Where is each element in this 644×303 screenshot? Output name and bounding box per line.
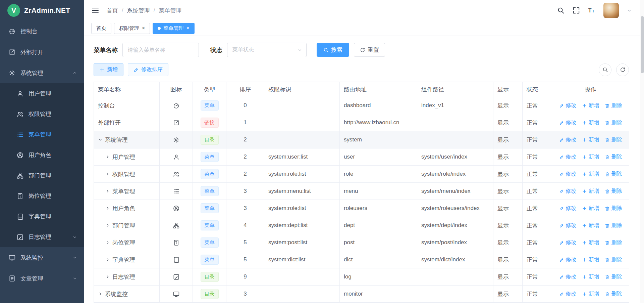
table-search-button[interactable] bbox=[599, 63, 611, 76]
edit-link[interactable]: 修改 bbox=[559, 102, 577, 109]
collapse-sidebar-icon[interactable] bbox=[91, 6, 99, 14]
tab-menu[interactable]: 菜单管理× bbox=[153, 23, 194, 34]
delete-link[interactable]: 删除 bbox=[605, 256, 622, 263]
status-cell: 正常 bbox=[523, 97, 552, 114]
delete-link[interactable]: 删除 bbox=[605, 102, 622, 109]
op-label: 删除 bbox=[611, 291, 622, 298]
sidebar-item-system[interactable]: 系统管理 bbox=[0, 62, 84, 83]
add-link[interactable]: 新增 bbox=[582, 119, 599, 126]
table-row[interactable]: 岗位管理菜单5system:post:listpostsystem/post/i… bbox=[94, 234, 629, 251]
menu-name-cell[interactable]: 部门管理 bbox=[98, 222, 155, 229]
table-row[interactable]: 用户角色菜单3system:role:listroleuserssystem/r… bbox=[94, 200, 629, 217]
table-row[interactable]: 用户管理菜单2system:user:listusersystem/user/i… bbox=[94, 148, 629, 166]
breadcrumb-item[interactable]: 系统管理 bbox=[127, 7, 150, 14]
search-icon[interactable] bbox=[557, 7, 565, 14]
edit-link[interactable]: 修改 bbox=[559, 273, 577, 280]
menu-name-cell[interactable]: 用户管理 bbox=[98, 153, 155, 161]
order-cell: 4 bbox=[226, 217, 264, 234]
sidebar-item-dict[interactable]: 字典管理 bbox=[0, 206, 84, 227]
table-row[interactable]: 日志管理目录9log显示正常修改新增删除 bbox=[94, 268, 629, 286]
delete-link[interactable]: 删除 bbox=[605, 188, 622, 195]
tab-home[interactable]: 首页 bbox=[91, 23, 111, 34]
sort-button[interactable]: 修改排序 bbox=[128, 63, 168, 76]
avatar[interactable] bbox=[603, 3, 619, 18]
menu-name-cell[interactable]: 用户角色 bbox=[98, 205, 155, 212]
delete-link[interactable]: 删除 bbox=[605, 136, 622, 143]
edit-link[interactable]: 修改 bbox=[559, 239, 577, 246]
add-link[interactable]: 新增 bbox=[582, 136, 599, 143]
edit-link[interactable]: 修改 bbox=[559, 205, 577, 212]
table-refresh-button[interactable] bbox=[616, 63, 629, 76]
sidebar-item-menu[interactable]: 菜单管理 bbox=[0, 124, 84, 145]
sidebar-item-log[interactable]: 日志管理 bbox=[0, 227, 84, 247]
delete-link[interactable]: 删除 bbox=[605, 154, 622, 161]
delete-link[interactable]: 删除 bbox=[605, 119, 622, 126]
edit-link[interactable]: 修改 bbox=[559, 171, 577, 178]
add-link[interactable]: 新增 bbox=[582, 239, 599, 246]
table-row[interactable]: 控制台菜单0dashboardindex_v1显示正常修改新增删除 bbox=[94, 97, 629, 114]
table-row[interactable]: 字典管理菜单5system:dict:listdictsystem/dict/i… bbox=[94, 251, 629, 268]
status-cell: 正常 bbox=[523, 217, 552, 234]
sidebar-item-user[interactable]: 用户管理 bbox=[0, 83, 84, 104]
table-row[interactable]: 系统监控目录3monitor显示正常修改新增删除 bbox=[94, 286, 629, 303]
sidebar-item-roleusers[interactable]: 用户角色 bbox=[0, 145, 84, 165]
table-row[interactable]: 系统管理目录2system显示正常修改新增删除 bbox=[94, 131, 629, 148]
add-link[interactable]: 新增 bbox=[582, 102, 599, 109]
scrollbar-thumb[interactable] bbox=[641, 16, 644, 73]
edit-link[interactable]: 修改 bbox=[559, 136, 577, 143]
menu-name-cell[interactable]: 日志管理 bbox=[98, 273, 155, 281]
font-size-icon[interactable]: TT bbox=[588, 7, 595, 14]
add-link[interactable]: 新增 bbox=[582, 171, 599, 178]
delete-link[interactable]: 删除 bbox=[605, 222, 622, 229]
sidebar-item-dashboard[interactable]: 控制台 bbox=[0, 21, 84, 42]
add-link[interactable]: 新增 bbox=[582, 291, 599, 298]
browser-scrollbar[interactable] bbox=[640, 0, 644, 303]
table-row[interactable]: 菜单管理菜单3system:menu:listmenusystem/menu/i… bbox=[94, 183, 629, 200]
sidebar-item-article[interactable]: 文章管理 bbox=[0, 268, 84, 289]
edit-link[interactable]: 修改 bbox=[559, 188, 577, 195]
sidebar-item-post[interactable]: 岗位管理 bbox=[0, 186, 84, 206]
close-icon[interactable]: × bbox=[142, 26, 145, 31]
close-icon[interactable]: × bbox=[186, 26, 189, 31]
add-link[interactable]: 新增 bbox=[582, 205, 599, 212]
table-row[interactable]: 部门管理菜单4system:dept:listdeptsystem/dept/i… bbox=[94, 217, 629, 234]
fullscreen-icon[interactable] bbox=[573, 7, 580, 14]
search-button[interactable]: 搜索 bbox=[317, 43, 349, 57]
component-cell: system/menu/index bbox=[417, 183, 493, 200]
edit-link[interactable]: 修改 bbox=[559, 154, 577, 161]
edit-link[interactable]: 修改 bbox=[559, 291, 577, 298]
table-row[interactable]: 外部打开链接1http://www.izhaorui.cn显示正常修改新增删除 bbox=[94, 114, 629, 131]
menu-name-cell[interactable]: 菜单管理 bbox=[98, 187, 155, 195]
menu-name-input[interactable] bbox=[122, 43, 199, 57]
edit-link[interactable]: 修改 bbox=[559, 119, 577, 126]
caret-down-icon[interactable] bbox=[627, 8, 632, 13]
add-link[interactable]: 新增 bbox=[582, 273, 599, 280]
sidebar-item-role[interactable]: 权限管理 bbox=[0, 104, 84, 124]
delete-link[interactable]: 删除 bbox=[605, 273, 622, 280]
status-select[interactable]: 菜单状态 bbox=[227, 43, 307, 57]
menu-name-cell[interactable]: 权限管理 bbox=[98, 170, 155, 178]
menu-name-cell[interactable]: 系统监控 bbox=[98, 290, 155, 298]
delete-link[interactable]: 删除 bbox=[605, 171, 622, 178]
delete-link[interactable]: 删除 bbox=[605, 205, 622, 212]
breadcrumb-item[interactable]: 菜单管理 bbox=[159, 7, 181, 14]
reset-button[interactable]: 重置 bbox=[354, 43, 385, 57]
menu-name-cell[interactable]: 岗位管理 bbox=[98, 239, 155, 247]
breadcrumb-item[interactable]: 首页 bbox=[107, 7, 118, 14]
sidebar-item-dept[interactable]: 部门管理 bbox=[0, 165, 84, 186]
delete-link[interactable]: 删除 bbox=[605, 291, 622, 298]
edit-link[interactable]: 修改 bbox=[559, 222, 577, 229]
add-button[interactable]: 新增 bbox=[94, 63, 123, 76]
add-link[interactable]: 新增 bbox=[582, 256, 599, 263]
delete-link[interactable]: 删除 bbox=[605, 239, 622, 246]
table-row[interactable]: 权限管理菜单2system:role:listrolesystem/role/i… bbox=[94, 166, 629, 183]
add-link[interactable]: 新增 bbox=[582, 188, 599, 195]
menu-name-cell[interactable]: 字典管理 bbox=[98, 256, 155, 264]
add-link[interactable]: 新增 bbox=[582, 222, 599, 229]
sidebar-item-external[interactable]: 外部打开 bbox=[0, 42, 84, 62]
add-link[interactable]: 新增 bbox=[582, 154, 599, 161]
edit-link[interactable]: 修改 bbox=[559, 256, 577, 263]
tab-role[interactable]: 权限管理× bbox=[114, 23, 150, 34]
sidebar-item-monitor[interactable]: 系统监控 bbox=[0, 247, 84, 268]
menu-name-cell[interactable]: 系统管理 bbox=[98, 136, 155, 144]
